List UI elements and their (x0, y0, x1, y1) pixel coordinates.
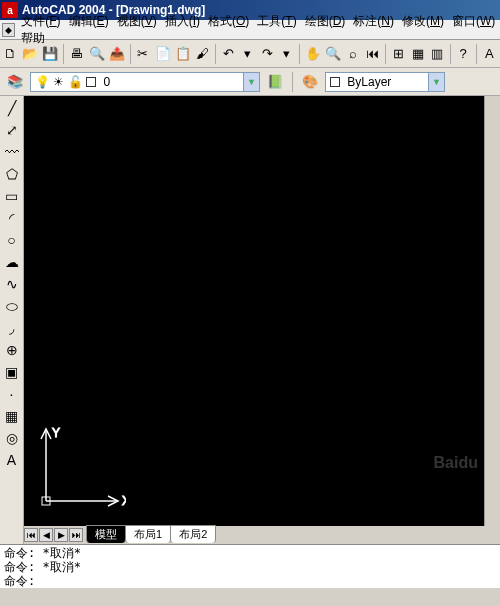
publish-button[interactable]: 📤 (108, 43, 126, 65)
paste-button[interactable]: 📋 (174, 43, 192, 65)
draw-circle-button[interactable]: ○ (2, 230, 22, 250)
tab-scroll-bar: ⏮ ◀ ▶ ⏭ 模型 布局1 布局2 (24, 526, 500, 544)
menu-窗口[interactable]: 窗口(W) (448, 12, 499, 30)
pan-button[interactable]: ✋ (304, 43, 322, 65)
app-icon: a (2, 2, 18, 18)
save-button[interactable]: 💾 (41, 43, 59, 65)
properties-button[interactable]: ⊞ (390, 43, 407, 65)
ucs-icon: Y X (36, 421, 126, 514)
command-history-line: 命令: *取消* (4, 560, 496, 574)
draw-arc-button[interactable]: ◜ (2, 208, 22, 228)
menu-编辑[interactable]: 编辑(E) (65, 12, 113, 30)
menu-格式[interactable]: 格式(O) (204, 12, 253, 30)
menu-插入[interactable]: 插入(I) (161, 12, 204, 30)
command-prompt[interactable]: 命令: (4, 574, 496, 588)
draw-ellipse-arc-button[interactable]: ◞ (2, 318, 22, 338)
canvas-wrap: Y X Baidu ⏮ ◀ ▶ ⏭ 模型 布局1 (24, 96, 500, 544)
cut-button[interactable]: ✂ (134, 43, 151, 65)
vertical-scrollbar[interactable] (484, 96, 500, 526)
layer-on-icon: 💡 (35, 75, 50, 89)
undo-button[interactable]: ↶ (220, 43, 237, 65)
redo-button[interactable]: ↷ (259, 43, 276, 65)
zoom-prev-button[interactable]: ⏮ (363, 43, 380, 65)
chevron-down-icon[interactable]: ▼ (243, 73, 259, 91)
draw-revcloud-button[interactable]: ☁ (2, 252, 22, 272)
tab-next-button[interactable]: ▶ (54, 528, 68, 542)
color-swatch (330, 77, 340, 87)
menu-文件[interactable]: 文件(F) (17, 12, 64, 30)
layer-previous-button[interactable]: 📗 (264, 71, 286, 93)
separator (215, 44, 216, 64)
layer-name: 0 (103, 75, 110, 89)
menu-绘图[interactable]: 绘图(D) (301, 12, 350, 30)
menu-工具[interactable]: 工具(T) (253, 12, 300, 30)
color-name: ByLayer (347, 75, 391, 89)
toolpalette-button[interactable]: ▥ (428, 43, 445, 65)
mdi-control-icon[interactable]: ◆ (2, 23, 15, 37)
tab-first-button[interactable]: ⏮ (24, 528, 38, 542)
draw-insert-button[interactable]: ⊕ (2, 340, 22, 360)
zoom-win-button[interactable]: ⌕ (344, 43, 361, 65)
draw-line-button[interactable]: ╱ (2, 98, 22, 118)
separator (63, 44, 64, 64)
tab-layout1[interactable]: 布局1 (125, 525, 171, 543)
chevron-down-icon[interactable]: ▼ (428, 73, 444, 91)
draw-polygon-button[interactable]: ⬠ (2, 164, 22, 184)
tab-prev-button[interactable]: ◀ (39, 528, 53, 542)
layer-freeze-icon: ☀ (53, 75, 64, 89)
new-button[interactable]: 🗋 (2, 43, 19, 65)
tab-last-button[interactable]: ⏭ (69, 528, 83, 542)
layer-combo[interactable]: 💡 ☀ 🔓 0 ▼ (30, 72, 260, 92)
redo-drop-button[interactable]: ▾ (278, 43, 295, 65)
zoom-rt-button[interactable]: 🔍 (324, 43, 342, 65)
tab-layout2[interactable]: 布局2 (170, 525, 216, 543)
svg-text:Y: Y (52, 426, 60, 440)
draw-text-button[interactable]: A (2, 450, 22, 470)
open-button[interactable]: 📂 (21, 43, 39, 65)
separator (292, 72, 293, 92)
separator (450, 44, 451, 64)
drawing-canvas[interactable]: Y X Baidu (24, 96, 484, 526)
color-combo[interactable]: ByLayer ▼ (325, 72, 445, 92)
separator (130, 44, 131, 64)
draw-ellipse-button[interactable]: ⬭ (2, 296, 22, 316)
designcenter-button[interactable]: ▦ (409, 43, 426, 65)
preview-button[interactable]: 🔍 (88, 43, 106, 65)
plot-button[interactable]: 🖶 (68, 43, 85, 65)
draw-block-button[interactable]: ▣ (2, 362, 22, 382)
draw-spline-button[interactable]: ∿ (2, 274, 22, 294)
menu-视图[interactable]: 视图(V) (113, 12, 161, 30)
separator (385, 44, 386, 64)
command-window[interactable]: 命令: *取消* 命令: *取消* 命令: (0, 544, 500, 588)
color-button[interactable]: 🎨 (299, 71, 321, 93)
draw-region-button[interactable]: ◎ (2, 428, 22, 448)
layer-color-swatch (86, 77, 96, 87)
watermark: Baidu (434, 454, 478, 472)
menu-修改[interactable]: 修改(M) (398, 12, 448, 30)
layout-tabs: 模型 布局1 布局2 (86, 526, 215, 544)
layer-manager-button[interactable]: 📚 (4, 71, 26, 93)
tab-model[interactable]: 模型 (86, 525, 126, 543)
undo-drop-button[interactable]: ▾ (239, 43, 256, 65)
tab-nav: ⏮ ◀ ▶ ⏭ (24, 528, 84, 542)
draw-hatch-button[interactable]: ▦ (2, 406, 22, 426)
layer-lock-icon: 🔓 (68, 75, 83, 89)
draw-rectangle-button[interactable]: ▭ (2, 186, 22, 206)
separator (476, 44, 477, 64)
main-area: ╱⤢〰⬠▭◜○☁∿⬭◞⊕▣·▦◎A Y X Baidu (0, 96, 500, 544)
separator (299, 44, 300, 64)
text-style-button[interactable]: A (481, 43, 498, 65)
draw-toolbar: ╱⤢〰⬠▭◜○☁∿⬭◞⊕▣·▦◎A (0, 96, 24, 544)
help-button[interactable]: ? (454, 43, 471, 65)
standard-toolbar: 🗋📂💾🖶🔍📤✂📄📋🖌↶▾↷▾✋🔍⌕⏮⊞▦▥?A (0, 40, 500, 68)
menu-bar: ◆ 文件(F)编辑(E)视图(V)插入(I)格式(O)工具(T)绘图(D)标注(… (0, 20, 500, 40)
svg-text:X: X (122, 494, 126, 508)
menu-标注[interactable]: 标注(N) (349, 12, 398, 30)
layer-toolbar: 📚 💡 ☀ 🔓 0 ▼ 📗 🎨 ByLayer ▼ (0, 68, 500, 96)
draw-point-button[interactable]: · (2, 384, 22, 404)
copy-button[interactable]: 📄 (154, 43, 172, 65)
draw-pline-button[interactable]: 〰 (2, 142, 22, 162)
draw-xline-button[interactable]: ⤢ (2, 120, 22, 140)
match-button[interactable]: 🖌 (194, 43, 211, 65)
command-history-line: 命令: *取消* (4, 546, 496, 560)
